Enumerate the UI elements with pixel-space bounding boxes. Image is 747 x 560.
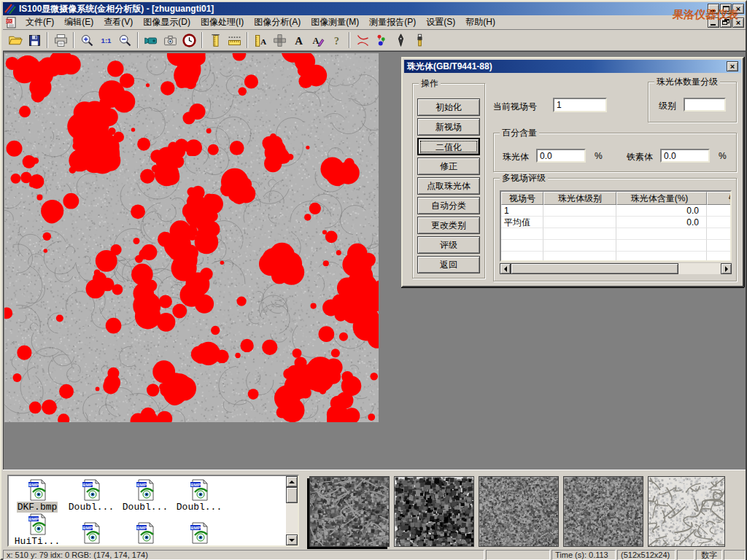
svg-text:BMP: BMP <box>82 483 92 487</box>
file-item-row2-1[interactable]: BMP <box>65 521 117 547</box>
annotate-button[interactable]: A <box>308 31 327 50</box>
table-row[interactable] <box>501 228 732 240</box>
menu-bar: DOC 文件(F)编辑(E)查看(V)图像显示(D)图像处理(I)图像分析(A)… <box>3 15 746 30</box>
scroll-up-button[interactable] <box>286 476 298 487</box>
menu-item-10[interactable]: 帮助(H) <box>460 15 500 30</box>
op-button-更改类别[interactable]: 更改类别 <box>417 217 480 234</box>
mdi-minimize-button[interactable] <box>708 18 719 28</box>
minimize-icon <box>711 10 716 12</box>
dialog-close-button[interactable]: × <box>727 61 738 71</box>
text-button[interactable]: A <box>289 31 308 50</box>
mdi-close-button[interactable]: × <box>732 18 744 28</box>
zoom-out-button[interactable] <box>115 31 134 50</box>
scrollbar-thumb[interactable] <box>511 263 678 274</box>
menu-item-2[interactable]: 编辑(E) <box>59 15 98 30</box>
mdi-restore-button[interactable] <box>720 18 732 28</box>
folder-open-button[interactable] <box>6 31 25 50</box>
menu-item-5[interactable]: 图像处理(I) <box>196 15 249 30</box>
close-button[interactable]: × <box>732 4 744 14</box>
curve-button[interactable] <box>353 31 372 50</box>
thumbnail-3[interactable] <box>479 476 559 547</box>
file-scrollbar-thumb[interactable] <box>286 487 298 503</box>
current-field-input[interactable] <box>553 98 607 112</box>
save-button[interactable] <box>25 31 44 50</box>
print-button[interactable] <box>51 31 70 50</box>
actual-size-button[interactable]: 1:1 <box>96 31 115 50</box>
clock-button[interactable] <box>179 31 198 50</box>
table-cell <box>543 252 616 262</box>
menu-item-9[interactable]: 设置(S) <box>421 15 460 30</box>
svg-text:?: ? <box>334 35 339 46</box>
title-bar[interactable]: IS100显微摄像系统(金相分析版) - [zhuguangti01] × <box>3 2 746 15</box>
print-icon <box>53 33 69 48</box>
menu-item-6[interactable]: 图像分析(A) <box>249 15 306 30</box>
menu-item-3[interactable]: 查看(V) <box>98 15 138 30</box>
table-row[interactable] <box>501 240 732 252</box>
op-button-点取珠光体[interactable]: 点取珠光体 <box>417 177 480 195</box>
file-item-row2-2[interactable]: BMP <box>119 521 171 547</box>
scroll-down-button[interactable] <box>286 534 298 545</box>
actual-size-icon: 1:1 <box>98 33 114 48</box>
grade-input[interactable] <box>684 98 726 112</box>
dialog-title-bar[interactable]: 珠光体(GB/T9441-88) × <box>404 60 741 73</box>
ruler-button[interactable] <box>225 31 244 50</box>
table-cell <box>707 205 732 217</box>
thumbnail-5[interactable] <box>648 476 725 547</box>
maximize-button[interactable] <box>720 4 732 14</box>
scroll-right-button[interactable] <box>721 263 732 274</box>
op-button-新视场[interactable]: 新视场 <box>417 118 480 136</box>
measure-text-button[interactable]: A <box>251 31 270 50</box>
file-list-scrollbar[interactable] <box>286 476 298 545</box>
table-cell <box>707 240 732 252</box>
pins-button[interactable] <box>372 31 391 50</box>
op-button-自动分类[interactable]: 自动分类 <box>417 197 480 214</box>
help-button[interactable]: ? <box>327 31 346 50</box>
menu-item-4[interactable]: 图像显示(D) <box>138 15 196 30</box>
bmp-file-icon: BMP <box>80 521 103 545</box>
table-row[interactable]: 平均值0.0 <box>501 217 732 228</box>
table-cell <box>501 252 543 262</box>
rating-table[interactable]: 视场号珠光体级别珠光体含量(%)铁素体10.0平均值0.0 <box>500 190 732 262</box>
minimize-button[interactable] <box>708 4 719 14</box>
op-button-修正[interactable]: 修正 <box>417 158 480 175</box>
percent-label-1: 珠光体 <box>503 151 529 163</box>
menu-item-8[interactable]: 测量报告(P) <box>364 15 421 30</box>
menu-item-1[interactable]: 文件(F) <box>20 15 59 30</box>
thumbnail-1[interactable] <box>309 476 390 547</box>
menu-item-7[interactable]: 图像测量(M) <box>306 15 364 30</box>
percent-input-2[interactable] <box>660 149 710 163</box>
table-horizontal-scrollbar[interactable] <box>500 263 732 274</box>
pins-icon <box>374 33 390 48</box>
video-camera-button[interactable] <box>142 31 160 50</box>
svg-text:BMP: BMP <box>136 526 146 530</box>
percent-input-1[interactable] <box>536 149 586 163</box>
caliper-button[interactable] <box>206 31 225 50</box>
table-row[interactable]: 10.0 <box>501 205 732 217</box>
grid-button[interactable] <box>270 31 289 50</box>
micrograph-image[interactable] <box>4 53 379 422</box>
brush-button[interactable] <box>410 31 429 50</box>
thumbnail-2[interactable] <box>394 476 474 547</box>
thumbnail-4[interactable] <box>563 476 643 547</box>
status-empty-2 <box>677 550 694 560</box>
document-icon: DOC <box>4 16 18 29</box>
op-button-返回[interactable]: 返回 <box>417 256 480 273</box>
bmp-file-icon: BMP <box>133 521 157 545</box>
file-item-4[interactable]: BMPDoubl... <box>173 478 225 513</box>
op-button-初始化[interactable]: 初始化 <box>417 98 480 116</box>
status-position: x: 510 y: 79 idx: 0 RGB: (174, 174, 174) <box>3 550 484 560</box>
file-item-1[interactable]: BMPDKF.bmp <box>11 478 63 513</box>
pen-button[interactable] <box>391 31 410 50</box>
table-cell: 1 <box>501 205 543 217</box>
table-row[interactable] <box>501 252 732 262</box>
scroll-left-button[interactable] <box>500 263 511 274</box>
camera-button[interactable] <box>160 31 179 50</box>
file-item-3[interactable]: BMPDoubl... <box>119 478 171 513</box>
op-button-评级[interactable]: 评级 <box>417 236 480 254</box>
zoom-in-button[interactable] <box>77 31 96 50</box>
file-item-5[interactable]: BMPHuiTi... <box>11 513 63 547</box>
file-item-row2-3[interactable]: BMP <box>173 521 225 547</box>
file-item-2[interactable]: BMPDoubl... <box>65 478 117 513</box>
op-button-二值化[interactable]: 二值化 <box>417 138 480 155</box>
status-empty-1 <box>486 550 550 560</box>
